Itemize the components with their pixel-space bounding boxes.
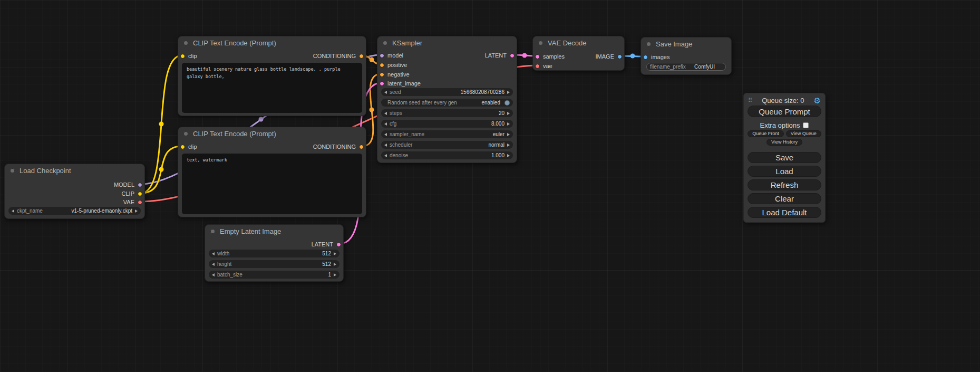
input-port-positive[interactable] xyxy=(380,63,384,68)
node-load-checkpoint[interactable]: Load Checkpoint MODEL CLIP VAE ckpt_name… xyxy=(4,164,145,219)
widget-value: 1 xyxy=(328,272,331,278)
node-empty-latent-image[interactable]: Empty Latent Image LATENT width 512 heig… xyxy=(205,224,344,282)
widget-control-after-generate[interactable]: Random seed after every gen enabled xyxy=(381,99,513,107)
widget-width[interactable]: width 512 xyxy=(209,250,339,257)
node-title-bar[interactable]: VAE Decode xyxy=(533,36,624,49)
node-clip-text-encode-positive[interactable]: CLIP Text Encode (Prompt) clip CONDITION… xyxy=(178,36,366,116)
node-clip-text-encode-negative[interactable]: CLIP Text Encode (Prompt) clip CONDITION… xyxy=(178,127,366,217)
node-title-bar[interactable]: Empty Latent Image xyxy=(205,225,343,237)
node-title-bar[interactable]: Load Checkpoint xyxy=(5,164,144,177)
extra-options-checkbox[interactable] xyxy=(803,122,809,128)
input-port-latent-image[interactable] xyxy=(380,81,384,86)
increment-arrow-icon[interactable] xyxy=(507,154,510,157)
node-title: CLIP Text Encode (Prompt) xyxy=(193,130,276,138)
output-port-model[interactable] xyxy=(138,183,142,187)
node-title-bar[interactable]: CLIP Text Encode (Prompt) xyxy=(178,36,366,49)
output-port-vae[interactable] xyxy=(138,200,142,205)
load-button[interactable]: Load xyxy=(748,166,821,177)
link-midpoint-dot xyxy=(159,167,164,172)
increment-arrow-icon[interactable] xyxy=(507,112,510,115)
view-queue-button[interactable]: View Queue xyxy=(786,130,821,137)
decrement-arrow-icon[interactable] xyxy=(384,144,387,147)
output-port-latent[interactable] xyxy=(336,242,341,247)
collapse-dot-icon[interactable] xyxy=(646,42,651,46)
output-slot-model: MODEL xyxy=(114,180,142,189)
increment-arrow-icon[interactable] xyxy=(507,91,510,94)
input-port-samples[interactable] xyxy=(535,54,540,59)
node-ksampler[interactable]: KSampler model positive negative latent_… xyxy=(377,36,517,163)
collapse-dot-icon[interactable] xyxy=(183,131,188,136)
settings-gear-icon[interactable]: ⚙ xyxy=(814,97,821,104)
node-vae-decode[interactable]: VAE Decode samples vae IMAGE xyxy=(532,36,625,71)
decrement-arrow-icon[interactable] xyxy=(212,273,215,276)
node-title: Empty Latent Image xyxy=(220,227,281,235)
widget-sampler-name[interactable]: sampler_name euler xyxy=(381,130,513,138)
widget-cfg[interactable]: cfg 8.000 xyxy=(381,120,513,128)
node-save-image[interactable]: Save Image images filename_prefix ComfyU… xyxy=(641,37,732,75)
increment-arrow-icon[interactable] xyxy=(334,252,336,255)
widget-label: sampler_name xyxy=(390,131,424,137)
decrement-arrow-icon[interactable] xyxy=(384,154,387,157)
clear-button[interactable]: Clear xyxy=(748,193,821,204)
node-graph-canvas[interactable]: Load Checkpoint MODEL CLIP VAE ckpt_name… xyxy=(0,0,980,372)
input-port-images[interactable] xyxy=(643,55,648,60)
collapse-dot-icon[interactable] xyxy=(538,41,543,45)
slot-label: latent_image xyxy=(387,80,421,87)
widget-value: ComfyUI xyxy=(694,64,715,70)
queue-front-button[interactable]: Queue Front xyxy=(748,130,784,137)
drag-handle-icon[interactable]: ⠿ xyxy=(748,97,752,104)
decrement-arrow-icon[interactable] xyxy=(384,91,387,94)
input-port-vae[interactable] xyxy=(535,64,540,69)
widget-scheduler[interactable]: scheduler normal xyxy=(381,141,513,149)
decrement-arrow-icon[interactable] xyxy=(384,133,387,136)
input-port-clip[interactable] xyxy=(180,145,185,149)
widget-batch-size[interactable]: batch_size 1 xyxy=(209,271,339,279)
prompt-textarea[interactable]: text, watermark xyxy=(182,154,362,214)
widget-label: denoise xyxy=(390,152,408,158)
collapse-dot-icon[interactable] xyxy=(10,168,15,173)
toggle-knob-icon[interactable] xyxy=(504,100,510,106)
node-title-bar[interactable]: CLIP Text Encode (Prompt) xyxy=(178,127,366,140)
load-default-button[interactable]: Load Default xyxy=(748,207,821,218)
input-port-clip[interactable] xyxy=(180,54,185,59)
collapse-dot-icon[interactable] xyxy=(183,41,188,45)
view-history-button[interactable]: View History xyxy=(766,139,802,146)
increment-arrow-icon[interactable] xyxy=(507,144,510,147)
increment-arrow-icon[interactable] xyxy=(507,133,510,136)
prompt-textarea[interactable]: beautiful scenery nature glass bottle la… xyxy=(182,63,362,113)
output-port-latent[interactable] xyxy=(510,53,515,58)
increment-arrow-icon[interactable] xyxy=(507,122,510,126)
output-port-conditioning[interactable] xyxy=(359,54,364,59)
widget-height[interactable]: height 512 xyxy=(209,260,339,268)
node-title: KSampler xyxy=(392,39,422,47)
widget-steps[interactable]: steps 20 xyxy=(381,109,513,117)
refresh-button[interactable]: Refresh xyxy=(748,179,821,190)
decrement-arrow-icon[interactable] xyxy=(212,263,215,266)
slot-label: images xyxy=(651,54,669,60)
input-port-model[interactable] xyxy=(380,53,384,58)
widget-seed[interactable]: seed 156680208700286 xyxy=(381,88,513,96)
decrement-arrow-icon[interactable] xyxy=(384,122,387,126)
widget-label: scheduler xyxy=(390,142,412,148)
widget-filename-prefix[interactable]: filename_prefix ComfyUI xyxy=(646,63,726,71)
collapse-dot-icon[interactable] xyxy=(383,41,387,45)
increment-arrow-icon[interactable] xyxy=(334,273,336,276)
slot-label: clip xyxy=(188,53,197,59)
queue-prompt-button[interactable]: Queue Prompt xyxy=(748,106,821,117)
increment-arrow-icon[interactable] xyxy=(334,263,336,266)
collapse-dot-icon[interactable] xyxy=(210,229,215,234)
decrement-arrow-icon[interactable] xyxy=(212,252,215,255)
node-title-bar[interactable]: Save Image xyxy=(641,37,731,50)
save-button[interactable]: Save xyxy=(748,152,821,163)
node-title-bar[interactable]: KSampler xyxy=(377,36,517,49)
widget-ckpt-name[interactable]: ckpt_name v1-5-pruned-emaonly.ckpt xyxy=(8,207,141,215)
output-port-clip[interactable] xyxy=(138,192,142,196)
decrement-arrow-icon[interactable] xyxy=(12,209,14,213)
increment-arrow-icon[interactable] xyxy=(135,209,138,213)
output-port-image[interactable] xyxy=(617,54,622,59)
input-port-negative[interactable] xyxy=(380,72,384,77)
widget-denoise[interactable]: denoise 1.000 xyxy=(381,151,513,159)
output-port-conditioning[interactable] xyxy=(359,145,364,149)
decrement-arrow-icon[interactable] xyxy=(384,112,387,115)
link-midpoint-dot xyxy=(370,58,374,62)
